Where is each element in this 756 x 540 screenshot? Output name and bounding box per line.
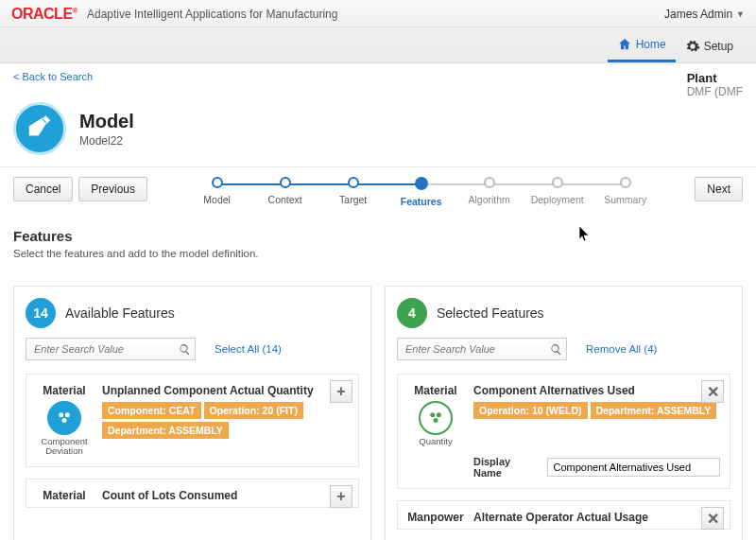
feature-tag: Department: ASSEMBLY — [102, 422, 229, 439]
available-count-badge: 14 — [26, 298, 56, 328]
user-name: James Admin — [664, 8, 732, 21]
svg-point-0 — [59, 412, 63, 417]
feature-card: + Material Component Deviation Unplanned… — [26, 374, 359, 467]
step-algorithm[interactable]: Algorithm — [455, 177, 524, 207]
step-model[interactable]: Model — [183, 177, 251, 207]
gear-icon — [685, 39, 700, 54]
selected-features-panel: 4 Selected Features Remove All (4) ✕ Mat… — [385, 286, 743, 540]
feature-name: Unplanned Component Actual Quantity — [102, 384, 349, 397]
nav-setup-label: Setup — [704, 40, 733, 53]
step-deployment[interactable]: Deployment — [524, 177, 592, 207]
section-title: Features — [13, 228, 743, 244]
wizard-stepper: Model Context Target Features Algorithm … — [166, 177, 676, 207]
material-icon — [419, 401, 453, 435]
search-icon[interactable] — [550, 343, 562, 356]
available-title: Available Features — [65, 305, 175, 321]
feature-category: Manpower — [407, 511, 463, 524]
plant-sub: DMF (DMF — [687, 85, 743, 98]
nav-setup[interactable]: Setup — [676, 31, 743, 62]
svg-point-3 — [430, 412, 435, 417]
feature-category: Material — [43, 384, 85, 397]
page-title: Model — [79, 111, 134, 132]
chevron-down-icon: ▼ — [736, 9, 745, 19]
feature-icon-label: Component Deviation — [36, 437, 93, 457]
cancel-button[interactable]: Cancel — [13, 177, 73, 201]
selected-title: Selected Features — [437, 305, 544, 321]
step-summary[interactable]: Summary — [592, 177, 660, 207]
app-title: Adaptive Intelligent Applications for Ma… — [87, 8, 338, 21]
next-button[interactable]: Next — [695, 177, 743, 201]
user-menu[interactable]: James Admin ▼ — [664, 8, 745, 21]
display-name-label: Display Name — [473, 456, 540, 479]
nav-home-label: Home — [636, 38, 666, 51]
svg-point-2 — [62, 418, 67, 423]
feature-card: ✕ Manpower Alternate Operator Actual Usa… — [397, 500, 730, 530]
feature-icon-label: Quantity — [419, 437, 452, 446]
add-feature-button[interactable]: + — [330, 380, 352, 403]
selected-count-badge: 4 — [397, 298, 427, 328]
add-feature-button[interactable]: + — [330, 485, 352, 508]
step-features[interactable]: Features — [387, 177, 455, 207]
feature-name: Component Alternatives Used — [473, 384, 720, 397]
remove-feature-button[interactable]: ✕ — [701, 380, 724, 403]
feature-card: + Material Count of Lots Consumed — [26, 479, 359, 508]
feature-tag: Operation: 20 (FIT) — [204, 402, 303, 419]
available-features-panel: 14 Available Features Select All (14) + … — [13, 286, 371, 540]
previous-button[interactable]: Previous — [78, 177, 147, 201]
step-target[interactable]: Target — [319, 177, 387, 207]
feature-category: Material — [43, 489, 85, 502]
feature-name: Alternate Operator Actual Usage — [473, 511, 720, 524]
feature-category: Material — [414, 384, 456, 397]
available-search-input[interactable] — [30, 340, 179, 357]
oracle-logo: ORACLE® — [11, 6, 77, 23]
svg-point-5 — [434, 418, 438, 423]
remove-all-link[interactable]: Remove All (4) — [586, 343, 657, 355]
model-name: Model22 — [79, 134, 134, 148]
feature-name: Count of Lots Consumed — [102, 489, 349, 502]
search-icon[interactable] — [179, 343, 191, 356]
step-context[interactable]: Context — [251, 177, 319, 207]
svg-point-4 — [437, 412, 441, 417]
select-all-link[interactable]: Select All (14) — [215, 343, 282, 355]
svg-point-1 — [65, 412, 70, 417]
back-to-search-link[interactable]: < Back to Search — [13, 71, 93, 98]
feature-card: ✕ Material Quantity Component Alternativ… — [397, 374, 730, 489]
remove-feature-button[interactable]: ✕ — [701, 507, 724, 530]
display-name-input[interactable] — [547, 458, 721, 477]
feature-tag: Operation: 10 (WELD) — [473, 402, 588, 419]
home-icon — [617, 37, 632, 52]
feature-tag: Department: ASSEMBLY — [591, 402, 717, 419]
selected-search-input[interactable] — [402, 340, 550, 357]
model-icon — [13, 102, 66, 155]
nav-home[interactable]: Home — [608, 31, 676, 62]
material-icon — [47, 401, 81, 435]
feature-tag: Component: CEAT — [102, 402, 201, 419]
plant-title: Plant — [687, 71, 743, 85]
section-subtitle: Select the features and add to the model… — [13, 248, 743, 259]
